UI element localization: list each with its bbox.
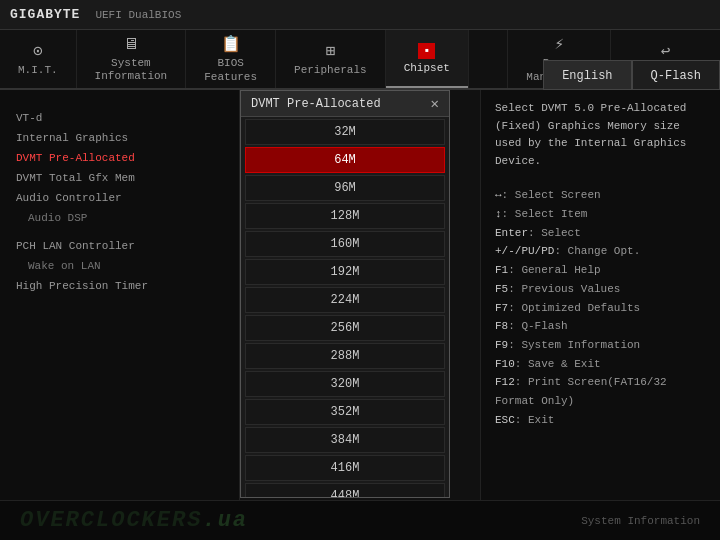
nav-item-mit[interactable]: ⊙ M.I.T. (0, 30, 77, 88)
help-key-item: ESC: Exit (495, 411, 706, 430)
help-key-item: +/-/PU/PD: Change Opt. (495, 242, 706, 261)
system-info-icon: 🖥 (123, 35, 139, 54)
help-key-item: F7: Optimized Defaults (495, 299, 706, 318)
sidebar-item-wake-on-lan[interactable]: Wake on LAN (0, 256, 239, 276)
help-panel: Select DVMT 5.0 Pre-Allocated (Fixed) Gr… (480, 90, 720, 500)
dropdown-title-bar: DVMT Pre-Allocated ✕ (241, 91, 449, 117)
dvmt-dropdown: DVMT Pre-Allocated ✕ 32M64M96M128M160M19… (240, 90, 450, 498)
sidebar-item-internal-graphics[interactable]: Internal Graphics (0, 128, 239, 148)
gigabyte-logo: GIGABYTE (10, 7, 80, 22)
help-keys: ↔: Select Screen↕: Select ItemEnter: Sel… (495, 186, 706, 429)
lang-bar: English Q-Flash (543, 60, 720, 90)
bottom-bar: OVERCLOCKERS.ua System Information (0, 500, 720, 540)
content-area: DVMT Pre-Allocated ✕ 32M64M96M128M160M19… (240, 90, 480, 500)
peripherals-icon: ⊞ (326, 41, 336, 61)
dualbios-label: UEFI DualBIOS (95, 9, 181, 21)
help-key-item: ↔: Select Screen (495, 186, 706, 205)
help-key-item: F9: System Information (495, 336, 706, 355)
help-description: Select DVMT 5.0 Pre-Allocated (Fixed) Gr… (495, 100, 706, 170)
sidebar-item-audio-controller[interactable]: Audio Controller (0, 188, 239, 208)
dropdown-option-448m[interactable]: 448M (245, 483, 445, 497)
dropdown-option-64m[interactable]: 64M (245, 147, 445, 173)
help-key-item: F10: Save & Exit (495, 355, 706, 374)
watermark: OVERCLOCKERS.ua (20, 508, 248, 533)
bios-icon: 📋 (221, 34, 241, 54)
nav-item-system-information[interactable]: 🖥 SystemInformation (77, 30, 187, 88)
main-layout: VT-d Internal Graphics DVMT Pre-Allocate… (0, 90, 720, 500)
sidebar: VT-d Internal Graphics DVMT Pre-Allocate… (0, 90, 240, 500)
chipset-icon: ▪ (418, 43, 435, 59)
nav-bios-label: BIOSFeatures (204, 57, 257, 83)
dropdown-title: DVMT Pre-Allocated (251, 97, 381, 111)
help-key-item: F12: Print Screen(FAT16/32 Format Only) (495, 373, 706, 410)
help-key-item: F8: Q-Flash (495, 317, 706, 336)
dropdown-option-320m[interactable]: 320M (245, 371, 445, 397)
dropdown-option-96m[interactable]: 96M (245, 175, 445, 201)
dropdown-option-160m[interactable]: 160M (245, 231, 445, 257)
top-bar: GIGABYTE UEFI DualBIOS (0, 0, 720, 30)
nav-item-bios-features[interactable]: 📋 BIOSFeatures (186, 30, 276, 88)
dropdown-option-128m[interactable]: 128M (245, 203, 445, 229)
sidebar-item-dvmt-pre-allocated[interactable]: DVMT Pre-Allocated (0, 148, 239, 168)
mit-icon: ⊙ (33, 41, 43, 61)
close-icon[interactable]: ✕ (431, 95, 439, 112)
nav-chipset-label: Chipset (404, 62, 450, 75)
help-key-item: Enter: Select (495, 224, 706, 243)
dropdown-option-352m[interactable]: 352M (245, 399, 445, 425)
save-exit-icon: ↩ (661, 41, 671, 61)
nav-item-peripherals[interactable]: ⊞ Peripherals (276, 30, 386, 88)
dropdown-list: 32M64M96M128M160M192M224M256M288M320M352… (241, 117, 449, 497)
nav-peripherals-label: Peripherals (294, 64, 367, 77)
dropdown-option-288m[interactable]: 288M (245, 343, 445, 369)
nav-mit-label: M.I.T. (18, 64, 58, 77)
help-key-item: F5: Previous Values (495, 280, 706, 299)
dropdown-option-224m[interactable]: 224M (245, 287, 445, 313)
bottom-version: System Information (581, 515, 700, 527)
sidebar-item-pch-lan[interactable]: PCH LAN Controller (0, 236, 239, 256)
help-key-item: ↕: Select Item (495, 205, 706, 224)
nav-sysinfo-label: SystemInformation (95, 57, 168, 83)
nav-item-chipset[interactable]: ▪ Chipset (386, 30, 469, 88)
dropdown-option-32m[interactable]: 32M (245, 119, 445, 145)
help-key-item: F1: General Help (495, 261, 706, 280)
sidebar-item-dvmt-total-gfx[interactable]: DVMT Total Gfx Mem (0, 168, 239, 188)
sidebar-item-vt-d[interactable]: VT-d (0, 108, 239, 128)
dropdown-option-256m[interactable]: 256M (245, 315, 445, 341)
language-button[interactable]: English (543, 60, 631, 90)
qflash-button[interactable]: Q-Flash (632, 60, 720, 90)
dropdown-option-416m[interactable]: 416M (245, 455, 445, 481)
power-icon: ⚡ (555, 34, 565, 54)
sidebar-item-audio-dsp[interactable]: Audio DSP (0, 208, 239, 228)
sidebar-item-high-precision-timer[interactable]: High Precision Timer (0, 276, 239, 296)
dropdown-option-192m[interactable]: 192M (245, 259, 445, 285)
dropdown-option-384m[interactable]: 384M (245, 427, 445, 453)
